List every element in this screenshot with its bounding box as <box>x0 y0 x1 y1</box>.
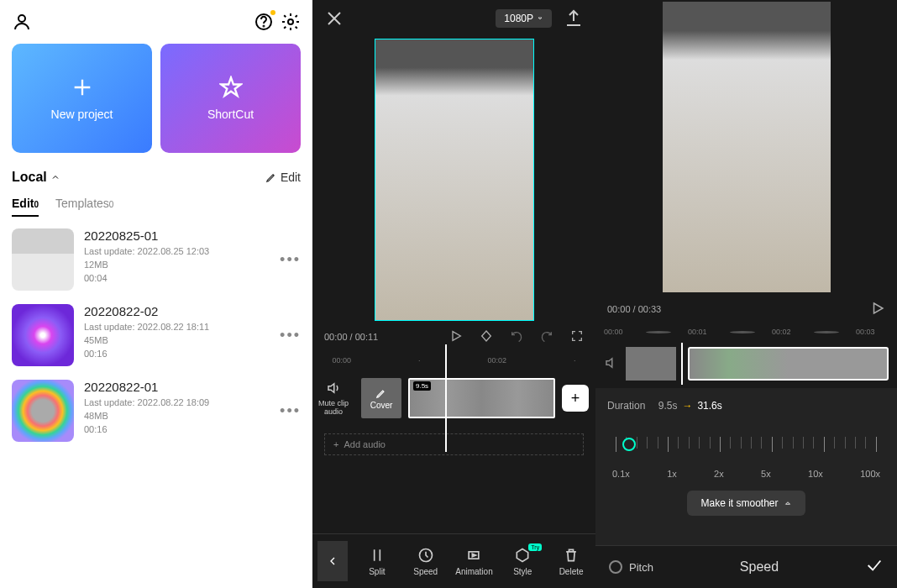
project-size: 12MB <box>84 260 270 270</box>
video-preview[interactable] <box>375 39 534 321</box>
more-icon[interactable]: ••• <box>280 402 301 420</box>
new-project-label: New project <box>51 108 113 121</box>
svg-point-2 <box>264 26 265 27</box>
svg-point-3 <box>288 19 293 24</box>
section-local[interactable]: Local <box>12 170 60 185</box>
radio-icon <box>609 560 622 574</box>
back-button[interactable] <box>317 541 348 581</box>
play-icon[interactable] <box>449 329 463 344</box>
close-icon[interactable] <box>324 8 344 29</box>
timeline-ruler: 00:00 00:01 00:02 00:03 <box>595 324 897 339</box>
project-duration: 00:16 <box>84 349 270 359</box>
playhead[interactable] <box>445 344 447 452</box>
confirm-button[interactable] <box>865 556 884 578</box>
svg-point-0 <box>18 15 25 22</box>
tool-animation[interactable]: Animation <box>450 547 499 576</box>
redo-icon[interactable] <box>540 329 553 344</box>
profile-icon[interactable] <box>12 12 32 32</box>
project-duration: 00:16 <box>84 424 270 434</box>
tool-style[interactable]: TryStyle <box>498 547 547 576</box>
speed-slider[interactable] <box>607 432 885 457</box>
project-thumbnail <box>12 380 74 442</box>
tool-speed[interactable]: Speed <box>401 547 450 576</box>
tab-edit[interactable]: Edit0 <box>12 197 39 217</box>
project-title: 20220822-02 <box>84 304 270 318</box>
pitch-toggle[interactable]: Pitch <box>609 560 653 574</box>
tool-delete[interactable]: Delete <box>547 547 595 576</box>
shortcut-label: ShortCut <box>207 108 254 121</box>
edit-button[interactable]: Edit <box>265 171 301 184</box>
video-clip[interactable] <box>408 378 555 418</box>
project-thumbnail <box>12 304 74 366</box>
slider-handle[interactable] <box>622 438 636 451</box>
playhead[interactable] <box>681 343 683 385</box>
help-icon[interactable] <box>254 12 274 32</box>
project-duration: 00:04 <box>84 273 270 283</box>
add-audio-button[interactable]: +Add audio <box>324 433 584 455</box>
fullscreen-icon[interactable] <box>570 329 584 344</box>
new-project-button[interactable]: New project <box>12 44 152 153</box>
clip-thumb <box>626 347 676 381</box>
undo-icon[interactable] <box>510 329 523 344</box>
project-updated: Last update: 2022.08.22 18:09 <box>84 397 270 407</box>
tab-templates[interactable]: Templates0 <box>55 197 113 217</box>
time-display: 00:00 / 00:11 <box>324 332 378 342</box>
duration-display: Duration 9.5s → 31.6s <box>607 400 885 412</box>
project-size: 45MB <box>84 335 270 345</box>
shortcut-button[interactable]: ShortCut <box>160 44 301 153</box>
video-clip[interactable] <box>688 347 889 381</box>
mute-icon[interactable] <box>604 355 621 372</box>
more-icon[interactable]: ••• <box>280 327 301 344</box>
project-item[interactable]: 20220825-01 Last update: 2022.08.25 12:0… <box>12 228 301 291</box>
speed-labels: 0.1x1x2x5x10x100x <box>607 469 885 479</box>
play-icon[interactable] <box>870 301 885 318</box>
keyframe-icon[interactable] <box>480 329 493 344</box>
project-updated: Last update: 2022.08.25 12:03 <box>84 246 270 256</box>
cover-button[interactable]: Cover <box>361 378 401 418</box>
project-item[interactable]: 20220822-02 Last update: 2022.08.22 18:1… <box>12 304 301 366</box>
export-icon[interactable] <box>564 8 584 29</box>
make-smoother-button[interactable]: Make it smoother <box>687 491 805 516</box>
project-size: 48MB <box>84 411 270 421</box>
add-clip-button[interactable]: + <box>562 385 589 412</box>
project-title: 20220822-01 <box>84 380 270 394</box>
timeline-ruler: 00:00·00:02· <box>312 351 595 370</box>
settings-icon[interactable] <box>281 12 301 32</box>
mute-clip-button[interactable]: Mute clip audio <box>312 381 354 416</box>
project-thumbnail <box>12 228 74 291</box>
video-preview[interactable] <box>663 2 831 292</box>
notification-dot <box>270 10 275 15</box>
project-title: 20220825-01 <box>84 228 270 243</box>
resolution-dropdown[interactable]: 1080P <box>496 9 552 28</box>
more-icon[interactable]: ••• <box>280 251 301 269</box>
tool-split[interactable]: Split <box>353 547 401 576</box>
project-item[interactable]: 20220822-01 Last update: 2022.08.22 18:0… <box>12 380 301 442</box>
project-updated: Last update: 2022.08.22 18:11 <box>84 322 270 332</box>
time-display: 00:00 / 00:33 <box>607 304 661 314</box>
panel-title: Speed <box>740 559 779 575</box>
